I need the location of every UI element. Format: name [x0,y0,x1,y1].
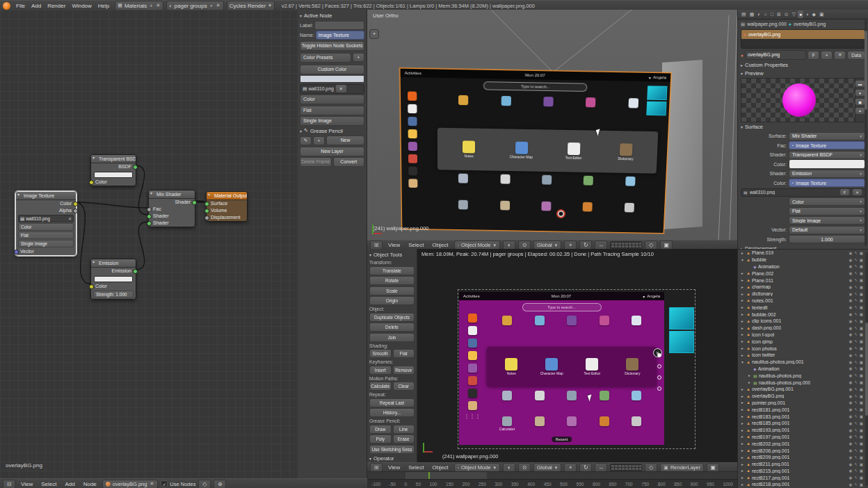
new-material-button[interactable]: + [821,51,833,60]
app-cell[interactable] [622,316,652,325]
outliner-row[interactable]: ▸▲charmap◉↖▣ [738,284,868,291]
expand-icon[interactable]: ▸ [740,339,745,343]
delete-scene-icon[interactable]: ✕ [216,3,221,8]
app-cell[interactable] [622,391,652,400]
renderable-icon[interactable]: ▣ [860,360,863,364]
color-space-dropdown[interactable]: Color [300,95,364,104]
expand-icon[interactable]: ▸ [740,400,745,405]
visibility-icon[interactable]: ◉ [849,475,852,480]
outliner-row[interactable]: ▸▲icon gimp◉↖▣ [738,338,868,345]
node-mix-shader[interactable]: Mix ShaderShaderFacShaderShader [148,190,195,227]
render-engine-selector[interactable]: Cycles Render ▾ [227,1,275,10]
preview-type-icon[interactable]: ● [855,89,865,97]
expand-icon[interactable]: ▸ [740,441,745,446]
tool-button-use-sketching-sess[interactable]: Use Sketching Sess [369,445,415,454]
visibility-icon[interactable]: ◉ [849,462,852,466]
visibility-icon[interactable]: ◉ [849,264,852,268]
tool-button-translate[interactable]: Translate [369,266,415,275]
projection-dropdown[interactable]: Flat [300,106,364,115]
tool-button-flat[interactable]: Flat [393,349,415,358]
renderable-icon[interactable]: ▣ [860,448,863,453]
selectable-icon[interactable]: ↖ [854,332,858,336]
app-cell[interactable] [571,97,611,108]
row-value[interactable]: ▪Image Texture [789,179,865,187]
app-cell[interactable] [589,416,620,431]
show-applications-icon[interactable]: ⋮⋮⋮ [464,414,481,419]
renderable-icon[interactable]: ▣ [860,373,863,377]
folder-app-cell[interactable]: Character Map [500,141,542,159]
tool-button-origin[interactable]: Origin [369,296,415,305]
expand-icon[interactable]: ▸ [740,353,745,357]
expand-icon[interactable]: ▸ [740,278,745,282]
menu-window[interactable]: Window [69,3,94,9]
material-datablock[interactable]: overlayBG.png✕ [102,480,159,488]
viewport-menu-object[interactable]: Object [429,464,451,471]
renderable-icon[interactable]: ▣ [860,441,863,446]
node-field-flat[interactable]: Flat [18,231,74,239]
visibility-icon[interactable]: ◉ [849,394,852,398]
visibility-icon[interactable]: ◉ [849,326,852,330]
visibility-icon[interactable]: ◉ [849,414,852,418]
node-menu-view[interactable]: View [18,481,35,487]
tab-constraints[interactable]: ⊞ [775,10,782,18]
tool-button-erase[interactable]: Erase [393,434,415,444]
app-cell[interactable] [622,416,652,431]
folder-app-cell[interactable]: Dictionary [616,358,648,375]
outliner-row[interactable]: ▸▲overlayBG.png.001◉↖▣ [738,386,868,393]
socket-color[interactable] [89,284,94,289]
dock-app-icon[interactable] [408,104,417,113]
outliner-row[interactable]: ▸▤nautilus-photos.png◉↖▣ [738,372,868,379]
outliner-row[interactable]: ◈Animation◉↖▣ [738,263,868,270]
expand-icon[interactable]: ▸ [740,448,745,453]
app-cell[interactable] [444,174,483,184]
panel-surface[interactable]: ▾ Surface [738,123,868,131]
panel-object-tools[interactable]: ▾ Object Tools [369,251,415,259]
selectable-icon[interactable]: ↖ [854,407,858,412]
folder-app-cell[interactable]: Notes [448,140,490,158]
outliner-row[interactable]: ▸▲rect8209.png.001◉↖▣ [738,454,868,461]
tab-texture[interactable]: ◑ [804,10,810,18]
close-icon[interactable]: ✕ [68,216,72,221]
visibility-icon[interactable]: ◉ [849,305,852,309]
panel-preview[interactable]: ▾ Preview [738,70,868,77]
dock-app-icon[interactable] [468,339,477,348]
visibility-icon[interactable]: ◉ [849,387,852,391]
app-cell[interactable] [568,202,607,212]
layers-widget[interactable] [610,464,642,471]
app-cell[interactable] [492,391,522,400]
zoom-icon[interactable]: ⊕ [214,480,226,488]
gp-delete-frame-button[interactable]: Delete Frame [300,157,332,167]
visibility-icon[interactable]: ◉ [849,434,852,439]
selectable-icon[interactable]: ↖ [854,319,858,323]
socket-surface[interactable] [204,202,209,206]
tab-particles[interactable]: ◆ [811,10,817,18]
tab-render-layers[interactable]: ▦ [748,10,756,18]
renderable-icon[interactable]: ▣ [860,271,863,275]
expand-icon[interactable]: ▾ [740,258,745,262]
renderable-icon[interactable]: ▣ [860,387,863,391]
visibility-icon[interactable]: ◉ [849,366,852,371]
custom-color-button[interactable]: Custom Color [300,65,364,74]
outliner-row[interactable]: ▸▲bubble.002◉↖▣ [738,311,868,318]
viewport-menu-object[interactable]: Object [429,242,451,248]
visibility-icon[interactable]: ◉ [849,278,852,282]
add-preset-icon[interactable]: + [353,53,364,62]
visibility-icon[interactable]: ◉ [849,380,852,384]
scrollbar[interactable] [865,252,868,486]
outliner-row[interactable]: ▾▲bubble◉↖▣ [738,257,868,263]
tool-button-duplicate-objects[interactable]: Duplicate Objects [369,313,415,322]
app-cell[interactable] [609,203,648,213]
app-cell[interactable] [611,177,650,187]
expand-icon[interactable]: ▸ [740,346,745,350]
outliner-row[interactable]: ▸▲icon twitter◉↖▣ [738,352,868,359]
node-field-strength-1-000[interactable]: Strength: 1.000 [93,291,134,298]
use-nodes-toggle[interactable]: ✓Use Nodes [161,480,195,487]
close-icon[interactable]: ✕ [335,84,347,93]
preview-type-icon[interactable]: ◼ [855,98,865,106]
toolshelf-expand-icon[interactable]: + [369,29,379,39]
selectable-icon[interactable]: ↖ [854,434,858,439]
add-layout-icon[interactable]: + [149,3,153,8]
expand-icon[interactable]: ▸ [740,434,745,439]
expand-icon[interactable]: ▸ [740,421,745,425]
panel-grease-pencil[interactable]: ▾ ✎ Grease Pencil [300,127,364,135]
